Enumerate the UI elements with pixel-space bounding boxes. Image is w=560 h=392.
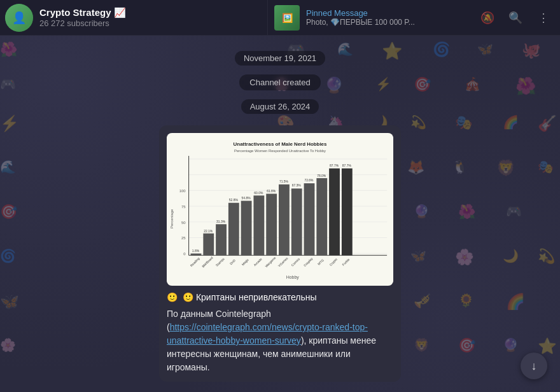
search-button[interactable]: 🔍 <box>505 8 526 28</box>
svg-rect-49 <box>316 178 327 255</box>
message-emoji-line: 🙂 🙂 Криптаны непривлекательны <box>167 292 393 302</box>
svg-text:78.0%: 78.0% <box>317 174 326 178</box>
svg-text:60.0%: 60.0% <box>254 192 263 195</box>
svg-text:67.3%: 67.3% <box>292 184 302 187</box>
svg-text:71.5%: 71.5% <box>279 180 289 183</box>
message-card: Unattractiveness of Male Nerd Hobbies Pe… <box>159 125 401 382</box>
notifications-button[interactable]: 🔕 <box>477 8 498 28</box>
search-icon: 🔍 <box>508 11 522 25</box>
svg-text:61.8%: 61.8% <box>267 190 276 193</box>
svg-text:52.8%: 52.8% <box>229 199 239 202</box>
svg-text:87.7%: 87.7% <box>342 164 352 167</box>
svg-text:Percentage: Percentage <box>170 209 174 228</box>
channel-created-badge: Channel created <box>239 74 320 90</box>
svg-rect-22 <box>203 234 214 255</box>
svg-rect-19 <box>191 253 202 255</box>
svg-rect-31 <box>241 201 252 256</box>
bell-off-icon: 🔕 <box>480 11 494 25</box>
svg-rect-40 <box>279 185 290 255</box>
svg-text:31.3%: 31.3% <box>216 220 226 223</box>
svg-text:50: 50 <box>181 221 186 225</box>
chat-content: November 19, 2021 Channel created August… <box>0 36 560 392</box>
svg-text:Unattractiveness of Male Nerd : Unattractiveness of Male Nerd Hobbies <box>234 141 327 147</box>
avatar-image: 👤 <box>5 4 33 32</box>
message-body: По данным Cointelegraph (https://cointel… <box>167 307 393 374</box>
svg-text:22.1%: 22.1% <box>204 230 213 233</box>
scroll-down-icon: ↓ <box>531 360 537 373</box>
svg-text:87.7%: 87.7% <box>330 164 339 167</box>
pinned-preview: Photo, 💎ПЕРВЫЕ 100 000 P... <box>306 18 471 27</box>
header: 👤 Crypto Strategy 📈 26 272 subscribers ×… <box>0 0 560 36</box>
svg-text:75: 75 <box>181 205 186 209</box>
svg-rect-34 <box>253 195 264 255</box>
svg-text:72.6%: 72.6% <box>304 179 314 182</box>
bar-chart: Unattractiveness of Male Nerd Hobbies Pe… <box>167 133 393 286</box>
pinned-message-bar[interactable]: 🖼️ Pinned Message Photo, 💎ПЕРВЫЕ 100 000… <box>267 0 560 36</box>
svg-text:1.8%: 1.8% <box>192 249 200 253</box>
message-emoji: 🙂 <box>167 292 178 302</box>
chart-container: Unattractiveness of Male Nerd Hobbies Pe… <box>167 133 393 286</box>
date-pill-2: August 26, 2024 <box>241 99 319 114</box>
more-button[interactable]: ⋮ <box>533 8 554 28</box>
more-icon: ⋮ <box>538 11 549 25</box>
svg-rect-37 <box>266 193 277 255</box>
svg-text:Percentage Women Responded Una: Percentage Women Responded Unattractive … <box>234 149 326 153</box>
pinned-content: Pinned Message Photo, 💎ПЕРВЫЕ 100 000 P.… <box>306 8 471 27</box>
pinned-actions: 🔕 🔍 ⋮ <box>477 8 554 28</box>
pinned-label: Pinned Message <box>306 8 471 18</box>
svg-text:Hobby: Hobby <box>286 275 300 280</box>
date-pill-1: November 19, 2021 <box>235 51 325 66</box>
svg-text:54.8%: 54.8% <box>242 197 251 200</box>
channel-title: Crypto Strategy 📈 <box>39 7 167 18</box>
svg-text:100: 100 <box>179 189 186 193</box>
svg-rect-52 <box>329 169 340 256</box>
svg-rect-46 <box>304 183 315 255</box>
scroll-to-bottom-button[interactable]: ↓ <box>521 353 547 379</box>
svg-text:25: 25 <box>181 236 186 240</box>
avatar[interactable]: 👤 <box>5 4 33 32</box>
pinned-thumbnail: 🖼️ <box>274 5 300 31</box>
svg-rect-43 <box>291 188 302 255</box>
svg-rect-55 <box>342 169 353 256</box>
svg-rect-28 <box>228 203 239 255</box>
message-emoji-text: 🙂 Криптаны непривлекательны <box>183 292 316 302</box>
svg-rect-25 <box>216 224 227 255</box>
